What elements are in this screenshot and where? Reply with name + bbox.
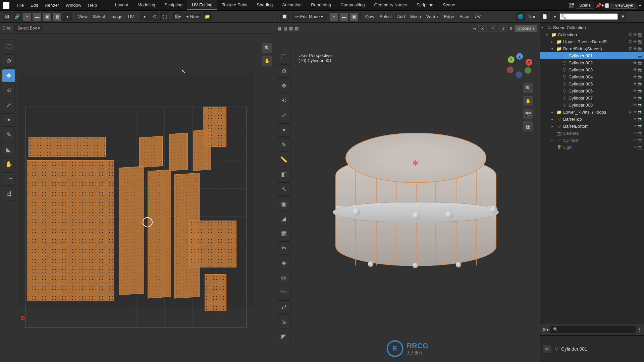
expand-arrow-icon[interactable]: ▸	[551, 124, 556, 128]
vp-tool-transform[interactable]: ✦	[277, 123, 290, 137]
vp-tool-knife[interactable]: ✂	[277, 241, 290, 255]
vp-camera-icon[interactable]: 📷	[523, 109, 533, 119]
uv-tool-pinch[interactable]: ⇶	[2, 187, 15, 200]
uv-island[interactable]	[27, 160, 114, 301]
expand-arrow-icon[interactable]: ▸	[551, 40, 556, 44]
uv-move-gizmo-y[interactable]	[148, 184, 148, 217]
restrict-viewport-icon[interactable]: 👁	[633, 89, 637, 93]
workspace-rendering[interactable]: Rendering	[306, 0, 336, 10]
outliner-tree[interactable]: ▾🗂 Scene Collection ▾📁 Collection ☑👁📷 ▸📁…	[540, 23, 644, 324]
uv-move-gizmo-center[interactable]	[143, 217, 153, 227]
outliner-search-input[interactable]	[560, 13, 618, 20]
vp-tool-select[interactable]: ⬚	[277, 50, 290, 63]
vp-options-dropdown[interactable]: Options ▾	[515, 25, 537, 32]
vp-tool-move[interactable]: ✥	[277, 79, 290, 93]
vp-tool-shrink[interactable]: ⇲	[277, 315, 290, 328]
restrict-render-icon[interactable]: 📷	[638, 96, 643, 100]
uv-2d-cursor-icon[interactable]: ⊕	[20, 314, 25, 322]
props-display-icon[interactable]: ⚙▾	[542, 327, 549, 332]
uv-menu-select[interactable]: Select	[90, 14, 108, 19]
uv-tool-relax[interactable]: 〰	[2, 172, 15, 186]
outliner-scene-collection[interactable]: ▾🗂 Scene Collection	[540, 24, 644, 31]
vp-zoom-icon[interactable]: 🔍	[523, 83, 533, 93]
vp-tool-extrude[interactable]: ⇱	[277, 182, 290, 196]
workspace-scene-tab[interactable]: Scene	[438, 0, 460, 10]
vp-perspective-icon[interactable]: ▦	[523, 121, 533, 131]
restrict-select-icon[interactable]: ☑	[629, 40, 632, 44]
vp-menu-select[interactable]: Select	[377, 14, 394, 19]
vp-select-vis-icon[interactable]: ▦	[278, 26, 281, 31]
gizmo-neg-z[interactable]	[516, 71, 522, 78]
props-tab-icon[interactable]: ⚙	[543, 345, 551, 353]
restrict-viewport-icon[interactable]: 👁	[633, 124, 637, 128]
uv-island[interactable]	[205, 274, 226, 311]
vp-menu-edge[interactable]: Edge	[441, 14, 457, 19]
restrict-viewport-icon[interactable]: 👁	[633, 33, 637, 37]
props-options-icon[interactable]: ⋮	[637, 327, 642, 332]
restrict-render-icon[interactable]: 📷	[638, 33, 643, 37]
uv-tool-tweak[interactable]: ⬚	[2, 40, 15, 53]
menu-file[interactable]: File	[13, 1, 27, 9]
vp-menu-view[interactable]: View	[362, 14, 377, 19]
vp-tool-scale[interactable]: ⤢	[277, 109, 290, 122]
vp-tool-loopcut[interactable]: ▦	[277, 227, 290, 240]
restrict-select-icon[interactable]: ☑	[629, 33, 632, 37]
uv-tool-cursor[interactable]: ⊕	[2, 54, 15, 68]
restrict-viewport-icon[interactable]: 👁	[633, 145, 637, 149]
outliner-type-icon[interactable]: 📑	[540, 12, 549, 21]
outliner-item-cylinder-002[interactable]: ▽Cylinder.002👁📷	[540, 59, 644, 66]
uv-menu-uv[interactable]: UV	[125, 14, 137, 19]
vp-tool-spin[interactable]: ◎	[277, 271, 290, 284]
restrict-viewport-icon[interactable]: 👁	[633, 75, 637, 79]
vp-menu-vertex[interactable]: Vertex	[424, 14, 441, 19]
restrict-render-icon[interactable]: 📷	[638, 110, 643, 114]
workspace-animation[interactable]: Animation	[277, 0, 306, 10]
uv-face-select-icon[interactable]: ▣	[43, 12, 52, 21]
restrict-render-icon[interactable]: 📷	[638, 40, 643, 44]
gizmo-neg-x[interactable]	[507, 66, 514, 73]
vp-mode-selector[interactable]: ✏ Edit Mode ▾	[291, 13, 327, 20]
uv-pan-icon[interactable]: ✋	[262, 56, 272, 66]
outliner-item-camera[interactable]: 📷Camera👁📷	[540, 130, 644, 137]
viewport-3d-canvas[interactable]: ✱	[295, 46, 536, 359]
vp-face-mode-icon[interactable]: ▣	[350, 12, 359, 21]
uv-tool-move[interactable]: ✥	[2, 69, 15, 82]
outliner-collection[interactable]: ▾📁 Collection ☑👁📷	[540, 31, 644, 38]
restrict-render-icon[interactable]: 📷	[638, 103, 643, 107]
vp-tool-cursor[interactable]: ⊕	[277, 64, 290, 78]
restrict-viewport-icon[interactable]: 👁	[633, 61, 637, 65]
expand-arrow-icon[interactable]: ▸	[551, 117, 556, 121]
uv-tool-rip[interactable]: ◣	[2, 143, 15, 156]
uv-image-browse-icon[interactable]: ▾	[140, 12, 149, 21]
vp-menu-face[interactable]: Face	[457, 14, 472, 19]
uv-snap-mode-icon[interactable]: ⊙	[150, 12, 159, 21]
vp-select-through-icon[interactable]: ▤	[283, 26, 287, 31]
restrict-render-icon[interactable]: 📷	[638, 82, 643, 86]
workspace-uv-editing[interactable]: UV Editing	[187, 0, 217, 10]
outliner-item-cylinder[interactable]: ▸▽Cylinder👁📷	[540, 137, 644, 144]
vp-tool-inset[interactable]: ▣	[277, 197, 290, 210]
uv-edge-select-icon[interactable]: ▬	[33, 12, 42, 21]
workspace-modeling[interactable]: Modeling	[133, 0, 160, 10]
outliner-item-upper-rivets-barrelr[interactable]: ▸📁Upper_Rivets+BarrelR☑👁📷	[540, 38, 644, 45]
expand-arrow-icon[interactable]: ▾	[551, 47, 556, 51]
uv-image-linked-icon[interactable]: 🖼▾	[173, 12, 182, 21]
vp-editor-type-icon[interactable]: 🔲	[280, 12, 289, 21]
vp-tool-edge-slide[interactable]: ⇄	[277, 300, 290, 314]
vp-menu-uv[interactable]: UV	[472, 14, 483, 19]
uv-island-select-icon[interactable]: ▦	[53, 12, 62, 21]
vp-orientation-icon[interactable]: 🌐	[516, 12, 525, 21]
scene-pin-icon[interactable]: 📌	[596, 3, 601, 8]
vp-tool-rotate[interactable]: ⟲	[277, 94, 290, 107]
vp-tool-polybuild[interactable]: ◈	[277, 256, 290, 269]
restrict-viewport-icon[interactable]: 👁	[633, 54, 637, 58]
restrict-viewport-icon[interactable]: 👁	[633, 82, 637, 86]
gizmo-y-axis[interactable]: Y	[508, 56, 515, 63]
restrict-select-icon[interactable]: ☑	[629, 47, 632, 51]
vp-tool-smooth[interactable]: 〰	[277, 286, 290, 299]
vp-mirror-icon[interactable]: ⇋	[473, 26, 476, 31]
vp-automerge-icon[interactable]: ⊻	[509, 26, 513, 31]
restrict-viewport-icon[interactable]: 👁	[633, 47, 637, 51]
vp-axis-x[interactable]: X	[478, 25, 487, 32]
vp-select-xray-icon[interactable]: ▧	[295, 26, 299, 31]
